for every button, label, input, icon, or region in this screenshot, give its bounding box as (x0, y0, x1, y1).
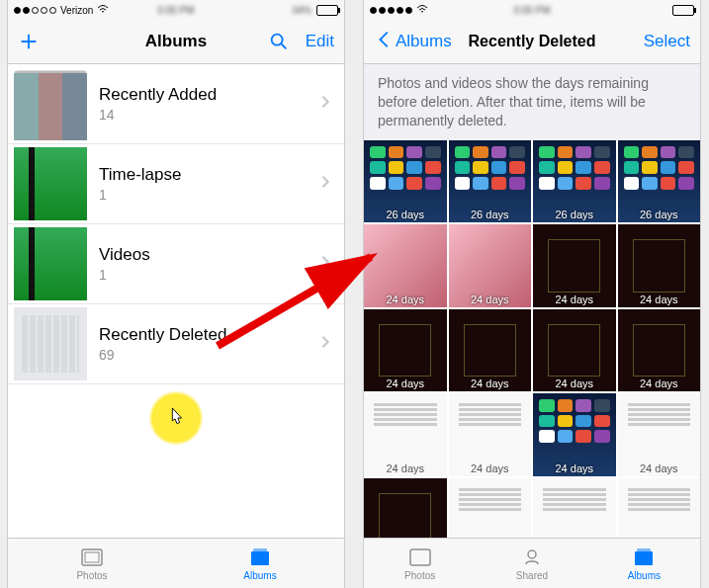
album-name: Recently Added (99, 85, 318, 105)
album-thumb (14, 227, 87, 300)
days-remaining-label: 24 days (533, 294, 616, 305)
days-remaining-label: 26 days (449, 209, 532, 220)
svg-rect-7 (637, 548, 651, 551)
nav-bar: Albums Recently Deleted Select (364, 20, 700, 64)
album-thumb (14, 73, 87, 140)
svg-rect-3 (251, 551, 269, 565)
battery-icon (316, 5, 338, 16)
svg-rect-4 (253, 548, 267, 551)
chevron-left-icon (374, 29, 396, 55)
tab-label: Photos (76, 570, 107, 581)
days-remaining-label: 24 days (364, 294, 447, 305)
days-remaining-label: 24 days (449, 378, 532, 389)
select-button[interactable]: Select (644, 32, 690, 51)
days-remaining-label: 24 days (364, 462, 447, 474)
days-remaining-label: 24 days (618, 462, 701, 474)
tab-label: Shared (516, 570, 548, 581)
album-thumb (14, 147, 87, 220)
album-count: 1 (99, 267, 318, 283)
tab-label: Albums (243, 570, 276, 581)
album-count: 14 (99, 107, 318, 123)
album-row-time-lapse[interactable]: Time-lapse 1 (8, 144, 344, 224)
svg-rect-6 (635, 551, 653, 565)
album-row-recently-deleted[interactable]: Recently Deleted 69 (8, 304, 344, 384)
photo-cell[interactable]: 24 days (533, 393, 616, 476)
chevron-right-icon (318, 255, 332, 273)
svg-rect-5 (410, 549, 430, 565)
album-row-videos[interactable]: Videos 1 (8, 224, 344, 304)
status-time: 0:00 PM (364, 5, 700, 16)
days-remaining-label: 26 days (364, 209, 447, 220)
svg-point-0 (271, 35, 282, 45)
album-name: Recently Deleted (99, 325, 318, 345)
photo-cell[interactable]: 24 days (364, 393, 447, 476)
back-label: Albums (396, 32, 452, 51)
battery-icon (672, 5, 694, 16)
tab-photos[interactable]: Photos (8, 539, 176, 588)
svg-rect-2 (85, 552, 99, 562)
battery-percent: 34% (292, 5, 311, 16)
photo-cell[interactable]: 24 days (449, 309, 532, 392)
days-remaining-label: 24 days (618, 378, 701, 389)
photo-cell[interactable]: 26 days (449, 140, 532, 223)
days-remaining-label: 24 days (449, 462, 532, 474)
deletion-banner: Photos and videos show the days remainin… (364, 64, 700, 140)
tab-shared[interactable]: Shared (476, 539, 587, 588)
photo-cell[interactable]: 24 days (449, 224, 532, 307)
photo-cell[interactable]: 26 days (364, 140, 447, 223)
tab-label: Albums (628, 570, 661, 581)
tab-albums[interactable]: Albums (176, 539, 344, 588)
days-remaining-label: 24 days (618, 294, 701, 305)
days-remaining-label: 24 days (533, 462, 616, 474)
days-remaining-label: 26 days (618, 209, 701, 220)
photo-cell[interactable]: 24 days (364, 224, 447, 307)
photo-cell[interactable]: 26 days (618, 140, 701, 223)
albums-list: Recently Added 14 Time-lapse 1 Videos 1 (8, 64, 344, 384)
edit-button[interactable]: Edit (306, 32, 334, 51)
days-remaining-label: 26 days (533, 209, 616, 220)
recently-deleted-screen: 0:00 PM Albums Recently Deleted Select P… (364, 0, 700, 588)
add-album-button[interactable] (18, 31, 40, 52)
tab-bar: Photos Shared Albums (364, 538, 700, 588)
status-bar: Verizon 0:00 PM 34% (8, 0, 344, 20)
back-button[interactable]: Albums (374, 29, 452, 55)
photo-cell[interactable]: 26 days (533, 140, 616, 223)
search-button[interactable] (268, 31, 290, 52)
tab-bar: Photos Albums (8, 538, 344, 588)
album-count: 69 (99, 347, 318, 363)
albums-screen: Verizon 0:00 PM 34% Albums (8, 0, 344, 588)
album-name: Videos (99, 245, 318, 265)
chevron-right-icon (318, 335, 332, 353)
days-remaining-label: 24 days (364, 378, 447, 389)
photo-grid[interactable]: 26 days26 days26 days26 days24 days24 da… (364, 140, 700, 561)
chevron-right-icon (318, 95, 332, 113)
photo-cell[interactable]: 24 days (533, 309, 616, 392)
photo-cell[interactable]: 24 days (533, 224, 616, 307)
album-row-recently-added[interactable]: Recently Added 14 (8, 64, 344, 144)
photo-cell[interactable]: 24 days (449, 393, 532, 476)
chevron-right-icon (318, 175, 332, 193)
tab-albums[interactable]: Albums (588, 539, 700, 588)
tab-label: Photos (404, 570, 435, 581)
tab-photos[interactable]: Photos (364, 539, 476, 588)
nav-bar: Albums Edit (8, 20, 344, 64)
photo-cell[interactable]: 24 days (618, 224, 701, 307)
days-remaining-label: 24 days (449, 294, 532, 305)
album-name: Time-lapse (99, 165, 318, 185)
album-count: 1 (99, 187, 318, 203)
days-remaining-label: 24 days (533, 378, 616, 389)
status-bar: 0:00 PM (364, 0, 700, 20)
photo-cell[interactable]: 24 days (618, 393, 701, 476)
photo-cell[interactable]: 24 days (618, 309, 701, 392)
album-thumb (14, 307, 87, 380)
photo-cell[interactable]: 24 days (364, 309, 447, 392)
